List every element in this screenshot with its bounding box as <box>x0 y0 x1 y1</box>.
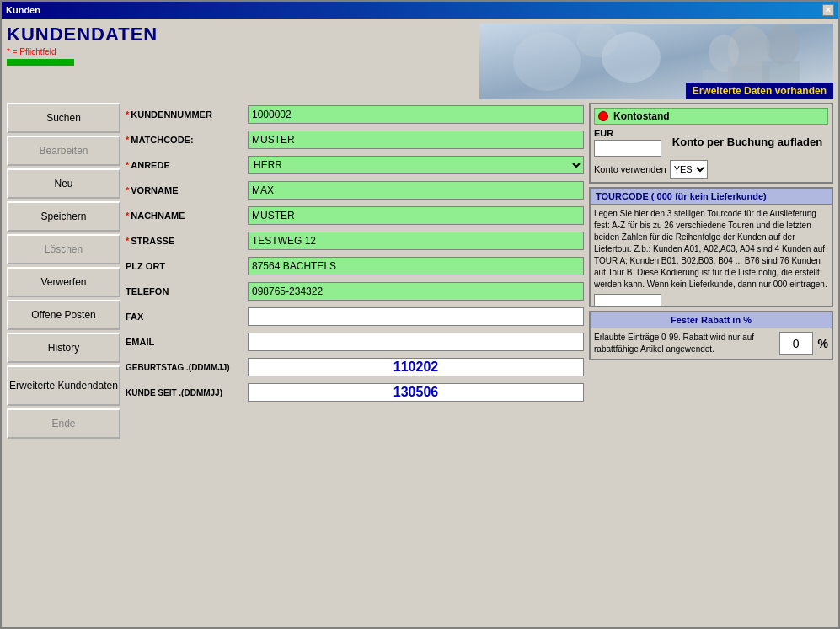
rabatt-box: Fester Rabatt in % Erlaubte Einträge 0-9… <box>589 311 833 360</box>
kontostand-body: EUR Konto per Buchung aufladen <box>594 128 828 157</box>
email-label: EMAIL <box>126 337 248 347</box>
tourcode-description: Legen Sie hier den 3 stelligen Tourcode … <box>594 209 827 289</box>
fax-row: FAX <box>126 305 584 328</box>
banner-text: Erweiterte Daten vorhanden <box>686 83 833 99</box>
svg-point-9 <box>513 32 581 91</box>
plz-input[interactable] <box>248 257 584 275</box>
verwerfen-button[interactable]: Verwerfen <box>7 267 120 297</box>
suchen-button[interactable]: Suchen <box>7 103 120 133</box>
kundennummer-star: * <box>126 109 129 120</box>
neu-button[interactable]: Neu <box>7 168 120 199</box>
geburtstag-label: GEBURTSTAG .(DDMMJJ) <box>126 363 248 372</box>
strasse-row: *STRASSE <box>126 229 584 253</box>
rabatt-body: Erlaubte Einträge 0-99. Rabatt wird nur … <box>591 328 832 359</box>
eur-label: EUR <box>594 128 661 138</box>
tourcode-input[interactable] <box>594 294 661 306</box>
matchcode-row: *MATCHCODE: <box>126 128 584 152</box>
percent-label: % <box>818 337 828 350</box>
anrede-row: *ANREDE HERR FRAU FIRMA <box>126 153 584 177</box>
strasse-label: *STRASSE <box>126 236 248 246</box>
konto-verwenden-row: Konto verwenden YES NO <box>594 160 828 179</box>
kontostand-title: Kontostand <box>613 110 670 122</box>
matchcode-star: * <box>126 135 129 145</box>
main-area: Suchen Bearbeiten Neu Speichern Löschen … <box>7 103 833 622</box>
kontostand-input[interactable] <box>594 140 661 157</box>
fax-input[interactable] <box>248 307 584 326</box>
main-window: Kunden ✕ KUNDENDATEN * = Pflichtfeld <box>0 0 840 629</box>
kunde-seit-row: KUNDE SEIT .(DDMMJJ) <box>126 381 584 404</box>
nachname-label: *NACHNAME <box>126 211 248 221</box>
erweiterte-kundendaten-button[interactable]: Erweiterte Kundendaten <box>7 365 120 406</box>
rabatt-description: Erlaubte Einträge 0-99. Rabatt wird nur … <box>594 332 774 355</box>
form-area: *KUNDENNUMMER *MATCHCODE: *ANREDE <box>126 103 584 622</box>
right-panel: Kontostand EUR Konto per Buchung auflade… <box>589 103 833 622</box>
header-image: Erweiterte Daten vorhanden <box>479 24 833 99</box>
vorname-star: * <box>126 185 129 195</box>
kunde-seit-input[interactable] <box>248 383 584 402</box>
konto-aufladen-label: Konto per Buchung aufladen <box>666 135 828 150</box>
nachname-star: * <box>126 211 129 221</box>
vorname-label: *VORNAME <box>126 185 248 195</box>
sidebar: Suchen Bearbeiten Neu Speichern Löschen … <box>7 103 120 622</box>
telefon-label: TELEFON <box>126 286 248 296</box>
fax-label: FAX <box>126 312 248 322</box>
kundennummer-row: *KUNDENNUMMER <box>126 103 584 126</box>
title-bar: Kunden ✕ <box>2 2 838 19</box>
offene-posten-button[interactable]: Offene Posten <box>7 300 120 330</box>
email-input[interactable] <box>248 333 584 351</box>
tourcode-body: Legen Sie hier den 3 stelligen Tourcode … <box>591 205 832 306</box>
close-button[interactable]: ✕ <box>822 4 834 16</box>
konto-verwenden-select[interactable]: YES NO <box>670 160 708 179</box>
anrede-label: *ANREDE <box>126 160 248 170</box>
svg-point-8 <box>576 24 618 57</box>
plz-label: PLZ ORT <box>126 261 248 271</box>
nachname-input[interactable] <box>248 206 584 225</box>
title-bar-buttons: ✕ <box>822 4 834 16</box>
telefon-row: TELEFON <box>126 280 584 303</box>
tourcode-box: TOURCODE ( 000 für kein Lieferkunde) Leg… <box>589 187 833 307</box>
ende-button: Ende <box>7 408 120 439</box>
speichern-button[interactable]: Speichern <box>7 201 120 232</box>
header-left: KUNDENDATEN * = Pflichtfeld <box>7 24 479 66</box>
progress-bar <box>7 59 74 66</box>
kunde-seit-label: KUNDE SEIT .(DDMMJJ) <box>126 388 248 397</box>
anrede-select[interactable]: HERR FRAU FIRMA <box>248 156 584 174</box>
kundennummer-label: *KUNDENNUMMER <box>126 109 248 120</box>
nachname-row: *NACHNAME <box>126 204 584 227</box>
kontostand-header: Kontostand <box>594 108 828 125</box>
kontostand-left: EUR <box>594 128 661 157</box>
tourcode-header: TOURCODE ( 000 für kein Lieferkunde) <box>591 189 832 205</box>
svg-point-2 <box>766 24 800 65</box>
loeschen-button: Löschen <box>7 234 120 264</box>
bearbeiten-button: Bearbeiten <box>7 136 120 166</box>
matchcode-input[interactable] <box>248 131 584 149</box>
rabatt-header: Fester Rabatt in % <box>591 312 832 328</box>
strasse-star: * <box>126 236 129 246</box>
window-title: Kunden <box>6 5 40 15</box>
kontostand-box: Kontostand EUR Konto per Buchung auflade… <box>589 103 833 184</box>
history-button[interactable]: History <box>7 333 120 363</box>
email-row: EMAIL <box>126 330 584 354</box>
telefon-input[interactable] <box>248 282 584 301</box>
strasse-input[interactable] <box>248 232 584 250</box>
anrede-star: * <box>126 160 129 170</box>
rabatt-input[interactable] <box>779 332 813 355</box>
header-section: KUNDENDATEN * = Pflichtfeld <box>7 24 833 99</box>
geburtstag-input[interactable] <box>248 358 584 376</box>
plz-row: PLZ ORT <box>126 254 584 278</box>
page-title: KUNDENDATEN <box>7 24 479 45</box>
pflichtfeld-note: * = Pflichtfeld <box>7 47 479 56</box>
matchcode-label: *MATCHCODE: <box>126 135 248 145</box>
konto-verwenden-label: Konto verwenden <box>594 164 666 174</box>
kundennummer-input[interactable] <box>248 105 584 124</box>
vorname-row: *VORNAME <box>126 179 584 202</box>
vorname-input[interactable] <box>248 181 584 200</box>
kontostand-indicator <box>598 111 608 121</box>
window-content: KUNDENDATEN * = Pflichtfeld <box>2 19 838 627</box>
geburtstag-row: GEBURTSTAG .(DDMMJJ) <box>126 355 584 379</box>
